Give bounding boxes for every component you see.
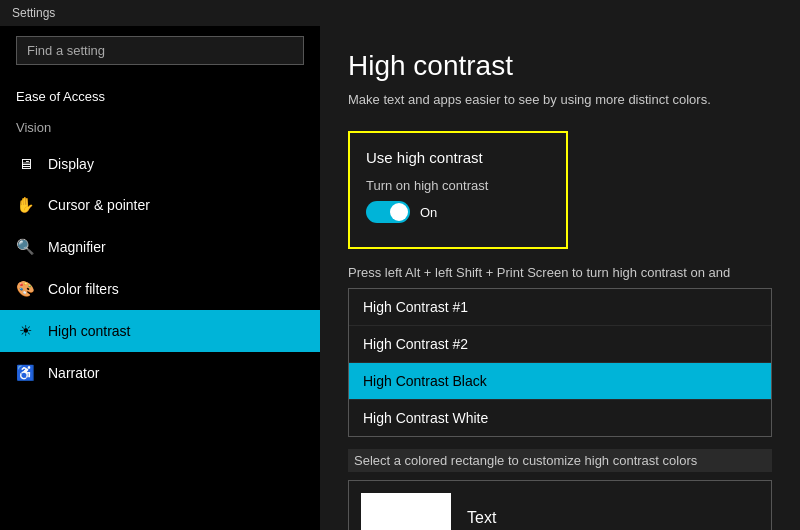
page-title: High contrast (348, 50, 772, 82)
cursor-icon: ✋ (16, 196, 34, 214)
sidebar-item-high-contrast[interactable]: ☀ High contrast (0, 310, 320, 352)
toggle-state-label: On (420, 205, 437, 220)
preview-text: Text (467, 509, 496, 527)
sidebar-search-container (16, 36, 304, 65)
sidebar-item-display-label: Display (48, 156, 94, 172)
display-icon: 🖥 (16, 155, 34, 172)
high-contrast-icon: ☀ (16, 322, 34, 340)
contrast-option-hcwhite[interactable]: High Contrast White (349, 400, 771, 436)
page-subtitle: Make text and apps easier to see by usin… (348, 92, 772, 107)
shortcut-text: Press left Alt + left Shift + Print Scre… (348, 265, 772, 280)
color-preview-row: Text (348, 480, 772, 530)
high-contrast-toggle[interactable] (366, 201, 410, 223)
search-input[interactable] (16, 36, 304, 65)
sidebar-item-magnifier-label: Magnifier (48, 239, 106, 255)
contrast-options-list: High Contrast #1 High Contrast #2 High C… (348, 288, 772, 437)
sidebar-item-narrator[interactable]: ♿ Narrator (0, 352, 320, 394)
sidebar-item-display[interactable]: 🖥 Display (0, 143, 320, 184)
sidebar-item-magnifier[interactable]: 🔍 Magnifier (0, 226, 320, 268)
sidebar-item-color-filters[interactable]: 🎨 Color filters (0, 268, 320, 310)
narrator-icon: ♿ (16, 364, 34, 382)
select-color-label: Select a colored rectangle to customize … (348, 449, 772, 472)
content-area: High contrast Make text and apps easier … (320, 26, 800, 530)
magnifier-icon: 🔍 (16, 238, 34, 256)
vision-label: Vision (0, 116, 320, 143)
sidebar: Ease of Access Vision 🖥 Display ✋ Cursor… (0, 26, 320, 530)
color-rectangle[interactable] (361, 493, 451, 530)
contrast-option-hc1[interactable]: High Contrast #1 (349, 289, 771, 326)
title-bar-label: Settings (12, 6, 55, 20)
hc-box-title: Use high contrast (366, 149, 550, 166)
color-filters-icon: 🎨 (16, 280, 34, 298)
sidebar-item-cursor-label: Cursor & pointer (48, 197, 150, 213)
sidebar-section-title: Ease of Access (0, 81, 320, 116)
sidebar-item-color-filters-label: Color filters (48, 281, 119, 297)
sidebar-item-high-contrast-label: High contrast (48, 323, 130, 339)
contrast-option-hc2[interactable]: High Contrast #2 (349, 326, 771, 363)
sidebar-item-narrator-label: Narrator (48, 365, 99, 381)
contrast-option-hcblack[interactable]: High Contrast Black (349, 363, 771, 400)
title-bar: Settings (0, 0, 800, 26)
use-high-contrast-box: Use high contrast Turn on high contrast … (348, 131, 568, 249)
toggle-description: Turn on high contrast (366, 178, 550, 193)
main-layout: Ease of Access Vision 🖥 Display ✋ Cursor… (0, 26, 800, 530)
sidebar-item-cursor-pointer[interactable]: ✋ Cursor & pointer (0, 184, 320, 226)
toggle-row: On (366, 201, 550, 223)
